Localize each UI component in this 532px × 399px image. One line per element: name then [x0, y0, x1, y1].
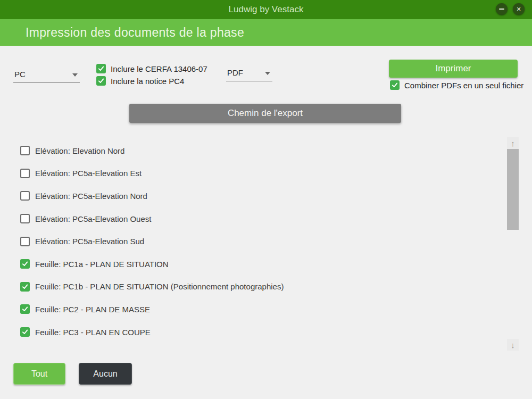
close-icon: ✕: [516, 6, 521, 12]
phase-dropdown-value: PC: [14, 70, 26, 79]
include-notice-label: Inclure la notice PC4: [111, 77, 184, 86]
combine-pdfs-label: Combiner PDFs en un seul fichier: [404, 81, 523, 90]
checkmark-icon: [22, 306, 28, 312]
chevron-down-icon: [72, 73, 78, 77]
document-list: Elévation: Elevation Nord Elévation: PC5…: [13, 139, 492, 350]
scrollbar-up-button[interactable]: ↑: [507, 137, 519, 149]
include-cerfa-label: Inclure le CERFA 13406-07: [111, 64, 207, 73]
close-button[interactable]: ✕: [513, 3, 525, 15]
list-item[interactable]: Feuille: PC1b - PLAN DE SITUATION (Posit…: [13, 276, 492, 298]
checkbox-icon: [20, 146, 30, 155]
format-dropdown-value: PDF: [227, 68, 243, 77]
chevron-down-icon: [265, 72, 270, 75]
include-notice-checkbox[interactable]: Inclure la notice PC4: [96, 76, 184, 86]
scrollbar-thumb[interactable]: [507, 149, 519, 230]
list-item-label: Elévation: PC5a-Elevation Sud: [35, 237, 144, 246]
checkbox-checked-icon: [390, 80, 400, 90]
up-arrow-icon: ↑: [511, 139, 515, 148]
checkmark-icon: [22, 284, 28, 290]
list-item[interactable]: Elévation: PC5a-Elevation Nord: [13, 185, 492, 207]
phase-dropdown[interactable]: PC: [13, 68, 80, 83]
checkmark-icon: [98, 78, 104, 84]
checkbox-checked-icon: [96, 64, 106, 73]
checkbox-icon: [20, 169, 30, 178]
list-item-label: Elévation: PC5a-Elevation Ouest: [35, 214, 151, 223]
select-none-button[interactable]: Aucun: [79, 363, 132, 385]
checkmark-icon: [22, 261, 28, 267]
list-item[interactable]: Feuille: PC1a - PLAN DE SITUATION: [13, 253, 492, 276]
list-item[interactable]: Feuille: PC3 - PLAN EN COUPE: [13, 321, 492, 344]
list-item-label: Elévation: PC5a-Elevation Nord: [35, 192, 147, 201]
window-title: Ludwig by Vestack: [0, 0, 532, 19]
list-item[interactable]: Elévation: PC5a-Elevation Est: [13, 162, 492, 185]
format-dropdown[interactable]: PDF: [226, 66, 272, 81]
include-cerfa-checkbox[interactable]: Inclure le CERFA 13406-07: [96, 64, 207, 73]
checkmark-icon: [392, 82, 398, 88]
checkbox-icon: [20, 259, 30, 269]
titlebar: Ludwig by Vestack ✕: [0, 0, 532, 19]
checkbox-icon: [20, 304, 30, 314]
checkmark-icon: [98, 65, 104, 72]
page-title: Impression des documents de la phase: [26, 19, 244, 46]
checkmark-icon: [22, 329, 28, 335]
print-button[interactable]: Imprimer: [389, 60, 518, 78]
list-item[interactable]: [13, 343, 492, 350]
down-arrow-icon: ↓: [511, 340, 515, 350]
scrollbar-down-button[interactable]: ↓: [507, 339, 519, 351]
select-all-button[interactable]: Tout: [13, 363, 65, 385]
list-item-label: Feuille: PC2 - PLAN DE MASSE: [35, 305, 150, 314]
page-header: Impression des documents de la phase: [0, 19, 532, 46]
list-item-label: Elévation: PC5a-Elevation Est: [35, 169, 142, 178]
checkbox-icon: [20, 214, 30, 223]
list-item[interactable]: Feuille: PC2 - PLAN DE MASSE: [13, 298, 492, 321]
list-item-label: Feuille: PC1a - PLAN DE SITUATION: [35, 260, 169, 269]
list-item[interactable]: Elévation: Elevation Nord: [13, 139, 492, 162]
checkbox-icon: [20, 327, 30, 337]
minimize-icon: [499, 9, 504, 10]
export-path-button[interactable]: Chemin de l'export: [129, 104, 401, 123]
combine-pdfs-checkbox[interactable]: Combiner PDFs en un seul fichier: [390, 80, 523, 90]
list-item-label: Feuille: PC3 - PLAN EN COUPE: [35, 328, 151, 337]
list-item[interactable]: Elévation: PC5a-Elevation Sud: [13, 230, 492, 253]
checkbox-icon: [20, 191, 30, 201]
app-window: Ludwig by Vestack ✕ Impression des docum…: [0, 0, 532, 399]
list-item-label: Feuille: PC1b - PLAN DE SITUATION (Posit…: [35, 282, 284, 291]
checkbox-icon: [20, 237, 30, 246]
list-item-label: Elévation: Elevation Nord: [35, 146, 124, 155]
checkbox-checked-icon: [96, 76, 106, 86]
minimize-button[interactable]: [496, 3, 508, 15]
checkbox-icon: [20, 282, 30, 292]
list-item[interactable]: Elévation: PC5a-Elevation Ouest: [13, 207, 492, 230]
